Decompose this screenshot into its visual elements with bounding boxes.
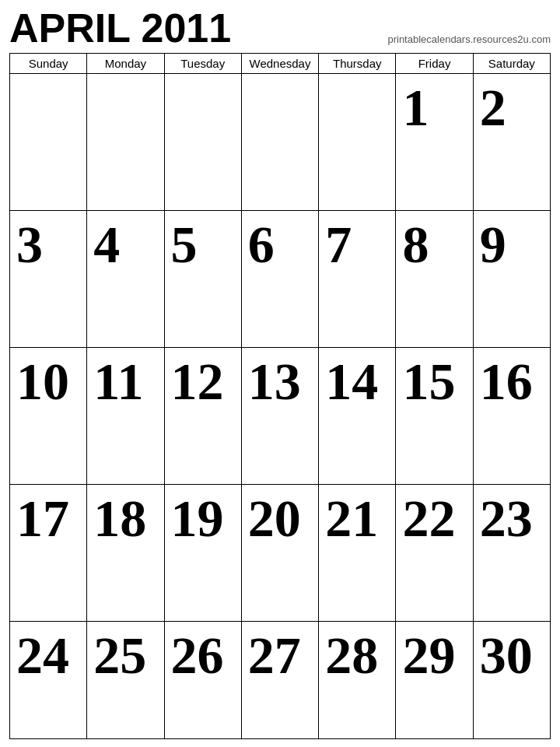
calendar-cell: [241, 74, 318, 211]
days-header-row: Sunday Monday Tuesday Wednesday Thursday…: [10, 54, 551, 74]
header-saturday: Saturday: [473, 54, 550, 74]
day-number: 20: [248, 489, 312, 548]
calendar-cell: 2: [473, 74, 550, 211]
calendar-cell: [164, 74, 241, 211]
calendar-cell: 8: [396, 211, 473, 348]
calendar-week-row: 17181920212223: [10, 485, 551, 622]
calendar-week-row: 3456789: [10, 211, 551, 348]
calendar-cell: 12: [164, 348, 241, 485]
calendar-header: APRIL 2011 printablecalendars.resources2…: [9, 8, 551, 48]
calendar-cell: 25: [87, 622, 164, 739]
calendar-cell: 14: [319, 348, 396, 485]
header-sunday: Sunday: [10, 54, 87, 74]
calendar-cell: 9: [473, 211, 550, 348]
header-friday: Friday: [396, 54, 473, 74]
day-number: 16: [480, 352, 544, 411]
day-number: 8: [402, 216, 466, 274]
calendar-cell: 18: [87, 485, 164, 622]
day-number: 13: [248, 352, 312, 411]
calendar-cell: 23: [473, 485, 550, 622]
day-number: 3: [16, 216, 80, 274]
day-number: 29: [402, 626, 466, 685]
day-number: 30: [480, 626, 544, 685]
day-number: 10: [16, 352, 80, 411]
day-number: 12: [171, 352, 235, 411]
calendar-cell: 28: [319, 622, 396, 739]
calendar-cell: 30: [473, 622, 550, 739]
calendar-week-row: 10111213141516: [10, 348, 551, 485]
calendar-cell: 10: [10, 348, 87, 485]
header-thursday: Thursday: [319, 54, 396, 74]
day-number: 19: [171, 489, 235, 548]
day-number: 23: [480, 489, 544, 548]
day-number: 27: [248, 626, 312, 685]
calendar-cell: 15: [396, 348, 473, 485]
calendar-page: APRIL 2011 printablecalendars.resources2…: [0, 0, 560, 747]
day-number: 11: [93, 352, 157, 411]
calendar-title: APRIL 2011: [9, 8, 231, 48]
calendar-cell: 13: [241, 348, 318, 485]
day-number: 24: [16, 626, 80, 685]
calendar-cell: 3: [10, 211, 87, 348]
watermark: printablecalendars.resources2u.com: [387, 33, 551, 48]
header-monday: Monday: [87, 54, 164, 74]
calendar-cell: 24: [10, 622, 87, 739]
calendar-cell: 29: [396, 622, 473, 739]
day-number: 2: [480, 79, 544, 137]
calendar-cell: 5: [164, 211, 241, 348]
calendar-cell: 27: [241, 622, 318, 739]
calendar-week-row: 24252627282930: [10, 622, 551, 739]
day-number: 9: [480, 216, 544, 274]
day-number: 18: [93, 489, 157, 548]
calendar-cell: 6: [241, 211, 318, 348]
calendar-cell: 7: [319, 211, 396, 348]
calendar-cell: 22: [396, 485, 473, 622]
day-number: 14: [325, 352, 389, 411]
day-number: 25: [93, 626, 157, 685]
day-number: 28: [325, 626, 389, 685]
calendar-cell: [87, 74, 164, 211]
calendar-cell: 11: [87, 348, 164, 485]
day-number: 6: [248, 216, 312, 274]
calendar-cell: 4: [87, 211, 164, 348]
day-number: 1: [402, 79, 466, 137]
calendar-cell: 26: [164, 622, 241, 739]
day-number: 22: [402, 489, 466, 548]
calendar-table: Sunday Monday Tuesday Wednesday Thursday…: [9, 53, 551, 739]
day-number: 17: [16, 489, 80, 548]
calendar-cell: 1: [396, 74, 473, 211]
calendar-cell: 20: [241, 485, 318, 622]
calendar-cell: [319, 74, 396, 211]
calendar-cell: 17: [10, 485, 87, 622]
day-number: 26: [171, 626, 235, 685]
day-number: 21: [325, 489, 389, 548]
day-number: 15: [402, 352, 466, 411]
calendar-cell: [10, 74, 87, 211]
calendar-cell: 19: [164, 485, 241, 622]
day-number: 5: [171, 216, 235, 274]
day-number: 7: [325, 216, 389, 274]
calendar-week-row: 12: [10, 74, 551, 211]
day-number: 4: [93, 216, 157, 274]
header-tuesday: Tuesday: [164, 54, 241, 74]
header-wednesday: Wednesday: [241, 54, 318, 74]
calendar-cell: 16: [473, 348, 550, 485]
calendar-cell: 21: [319, 485, 396, 622]
